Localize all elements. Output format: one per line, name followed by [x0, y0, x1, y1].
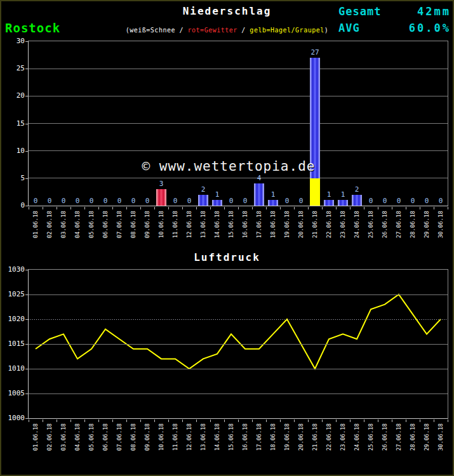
x-date-label: 23.06.18	[340, 423, 347, 451]
precipitation-plot: © www.wettertopia.de 0000000003002100410…	[28, 41, 448, 206]
x-axis-tick	[84, 207, 85, 209]
y-axis-label: 1000	[0, 414, 25, 422]
bar-value-label: 0	[406, 197, 420, 205]
legend-separator: /	[237, 27, 250, 34]
x-date-label: 24.06.18	[354, 211, 361, 238]
bar-value-label: 0	[140, 197, 154, 205]
x-axis-tick	[196, 420, 197, 422]
gridline	[29, 319, 448, 320]
x-axis-tick	[98, 420, 99, 422]
y-axis-label: 1010	[0, 364, 25, 373]
x-date-label: 26.06.18	[382, 423, 389, 451]
hail-bar-segment	[310, 178, 320, 206]
x-axis-tick	[168, 420, 169, 422]
x-axis-tick	[280, 420, 281, 422]
x-axis-tick	[420, 420, 420, 422]
bar-value-label: 0	[84, 197, 98, 205]
x-date-label: 21.06.18	[312, 423, 319, 451]
bar-value-label: 0	[434, 197, 448, 205]
x-date-label: 30.06.18	[437, 211, 444, 238]
bar-value-label: 0	[168, 197, 182, 205]
pressure-chart-title: Luftdruck	[0, 251, 454, 263]
x-date-label: 04.06.18	[74, 423, 81, 451]
x-date-label: 01.06.18	[32, 423, 39, 451]
x-date-label: 28.06.18	[410, 423, 417, 451]
x-axis-tick	[448, 420, 448, 422]
x-date-label: 06.06.18	[102, 211, 109, 238]
y-axis-label: 5	[0, 174, 25, 182]
bar-value-label: 0	[182, 197, 196, 205]
pressure-line	[36, 294, 441, 369]
y-axis-label: 25	[0, 64, 25, 72]
x-axis-tick	[238, 420, 239, 422]
x-date-label: 01.06.18	[32, 211, 39, 238]
gridline	[29, 393, 448, 394]
x-axis-tick	[336, 420, 337, 422]
x-axis-tick	[57, 420, 57, 422]
x-axis-tick	[168, 207, 169, 209]
bar-value-label: 1	[210, 190, 224, 199]
y-axis-label: 0	[0, 201, 25, 209]
x-axis-tick	[434, 207, 434, 209]
x-date-label: 13.06.18	[200, 211, 207, 238]
bar-value-label: 2	[350, 185, 364, 194]
x-axis-tick	[392, 207, 392, 209]
bar-value-label: 0	[112, 197, 126, 205]
bar-value-label: 0	[294, 197, 308, 205]
x-date-label: 03.06.18	[60, 423, 67, 451]
bar-value-label: 0	[43, 197, 57, 205]
total-value: 42mm	[417, 5, 451, 18]
x-axis-tick	[182, 207, 183, 209]
x-date-label: 20.06.18	[298, 423, 305, 451]
x-date-label: 10.06.18	[158, 211, 165, 238]
x-date-label: 19.06.18	[284, 211, 291, 238]
x-date-label: 22.06.18	[326, 423, 333, 451]
x-date-label: 25.06.18	[368, 211, 375, 238]
x-axis-tick	[29, 420, 29, 422]
x-date-label: 23.06.18	[340, 211, 347, 238]
x-date-label: 05.06.18	[88, 211, 95, 238]
x-axis-tick	[364, 207, 364, 209]
x-date-label: 02.06.18	[46, 423, 53, 451]
gridline	[29, 178, 448, 178]
x-date-label: 26.06.18	[382, 211, 389, 238]
avg-label: AVG	[338, 22, 360, 34]
x-date-label: 25.06.18	[368, 423, 375, 451]
y-axis-label: 20	[0, 91, 25, 100]
x-axis-tick	[378, 207, 378, 209]
x-axis-tick	[448, 207, 448, 209]
y-axis-label: 10	[0, 147, 25, 155]
bar-value-label: 0	[57, 197, 70, 205]
avg-value: 60.0%	[409, 22, 451, 34]
bar-value-label: 0	[238, 197, 252, 205]
y-axis-label: 15	[0, 119, 25, 128]
x-date-label: 12.06.18	[186, 211, 193, 238]
bar-value-label: 3	[154, 180, 168, 188]
x-axis-tick	[126, 420, 127, 422]
x-date-label: 06.06.18	[102, 423, 109, 451]
gridline	[29, 369, 448, 369]
x-date-label: 24.06.18	[354, 423, 361, 451]
legend-separator: /	[175, 27, 188, 34]
x-date-label: 21.06.18	[312, 211, 319, 238]
x-date-label: 05.06.18	[88, 423, 95, 451]
x-axis-tick	[140, 420, 141, 422]
x-date-label: 18.06.18	[270, 211, 277, 238]
x-date-label: 30.06.18	[437, 423, 444, 451]
x-date-label: 08.06.18	[130, 211, 137, 238]
x-axis-tick	[29, 207, 29, 209]
x-date-label: 07.06.18	[116, 211, 123, 238]
x-axis-tick	[154, 420, 155, 422]
precipitation-bar	[324, 200, 334, 206]
x-axis-tick	[280, 207, 281, 209]
bar-value-label: 0	[70, 197, 84, 205]
x-date-label: 29.06.18	[424, 423, 431, 451]
x-axis-tick	[140, 207, 141, 209]
total-label: Gesamt	[338, 5, 381, 18]
x-date-label: 18.06.18	[270, 423, 277, 451]
x-date-label: 09.06.18	[144, 423, 151, 451]
x-date-label: 03.06.18	[60, 211, 67, 238]
bar-value-label: 0	[420, 197, 434, 205]
x-date-label: 14.06.18	[214, 423, 221, 451]
x-axis-tick	[210, 420, 211, 422]
